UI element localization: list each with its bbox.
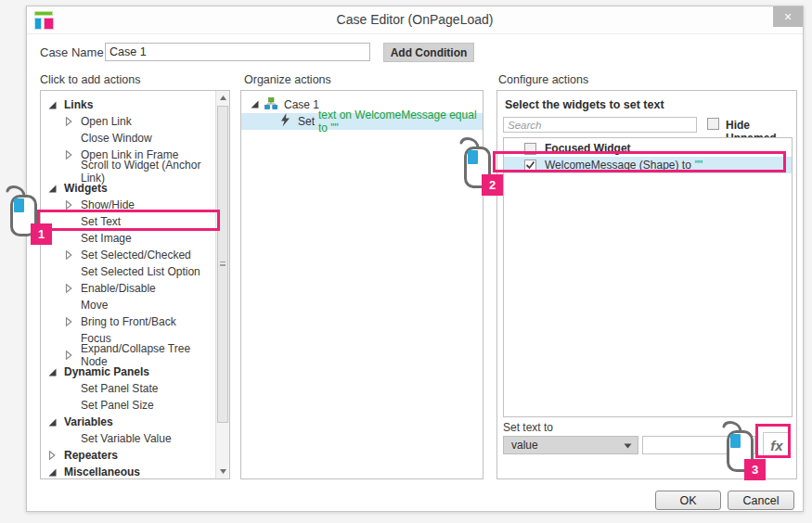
- tree-item-scroll-to-widget[interactable]: Scroll to Widget (Anchor Link): [41, 163, 215, 180]
- tree-item-set-panel-size[interactable]: Set Panel Size: [41, 397, 215, 414]
- step-1-badge: 1: [31, 223, 52, 245]
- collapsed-triangle-icon[interactable]: [65, 250, 74, 260]
- collapsed-triangle-icon[interactable]: [65, 117, 74, 126]
- close-icon[interactable]: ×: [773, 6, 803, 27]
- tree-item-bring-to-front-back[interactable]: Bring to Front/Back: [41, 313, 215, 330]
- tree-item-expand-collapse-tree-node[interactable]: Expand/Collapse Tree Node: [41, 347, 215, 364]
- expanded-triangle-icon[interactable]: [251, 98, 259, 111]
- case-label: Case 1: [284, 98, 319, 111]
- case-name-label: Case Name: [40, 45, 104, 59]
- cancel-button[interactable]: Cancel: [728, 491, 794, 510]
- page-background: Case Editor (OnPageLoad) × Case Name Add…: [0, 0, 812, 523]
- ok-button[interactable]: OK: [655, 491, 721, 510]
- step-2-badge: 2: [482, 174, 503, 196]
- expanded-triangle-icon[interactable]: [48, 368, 58, 376]
- select-widgets-title: Select the widgets to set text: [505, 98, 664, 111]
- widget-row-welcome-message[interactable]: WelcomeMessage (Shape) to "": [504, 157, 792, 173]
- tree-item-close-window[interactable]: Close Window: [41, 130, 215, 147]
- action-step-prefix: Set: [298, 115, 315, 128]
- tree-group-miscellaneous[interactable]: Miscellaneous: [41, 464, 215, 478]
- set-text-value-input[interactable]: [642, 436, 755, 454]
- tree-item-set-panel-state[interactable]: Set Panel State: [41, 380, 215, 397]
- scroll-down-icon[interactable]: [216, 465, 229, 478]
- expanded-triangle-icon[interactable]: [48, 468, 58, 477]
- welcome-message-checkbox[interactable]: [524, 159, 536, 172]
- fx-button[interactable]: fx: [763, 432, 791, 458]
- actions-tree: Links Open Link Close Window Open Link i…: [41, 91, 215, 478]
- tree-item-enable-disable[interactable]: Enable/Disable: [41, 280, 215, 297]
- expanded-triangle-icon[interactable]: [48, 418, 58, 427]
- tree-group-variables[interactable]: Variables: [41, 414, 215, 430]
- expanded-triangle-icon[interactable]: [48, 101, 58, 109]
- collapsed-triangle-icon[interactable]: [65, 150, 74, 159]
- tree-item-set-image[interactable]: Set Image: [41, 230, 215, 247]
- case-editor-dialog: Case Editor (OnPageLoad) × Case Name Add…: [26, 6, 804, 512]
- middle-column-header: Organize actions: [244, 73, 331, 86]
- collapsed-triangle-icon[interactable]: [65, 284, 74, 293]
- scrollbar-thumb[interactable]: [217, 106, 228, 423]
- hide-unnamed-checkbox[interactable]: [707, 118, 719, 130]
- focused-widget-checkbox[interactable]: [524, 143, 536, 155]
- collapsed-triangle-icon[interactable]: [65, 200, 74, 210]
- scroll-up-icon[interactable]: [216, 91, 229, 105]
- tree-scrollbar[interactable]: [215, 91, 229, 478]
- tree-item-set-selected-checked[interactable]: Set Selected/Checked: [41, 247, 215, 263]
- tree-item-move[interactable]: Move: [41, 297, 215, 313]
- action-step-description: text on WelcomeMessage equal to "": [318, 108, 483, 134]
- configure-actions-panel: Select the widgets to set text Hide Unna…: [496, 90, 797, 479]
- tree-group-repeaters[interactable]: Repeaters: [41, 447, 215, 464]
- collapsed-triangle-icon[interactable]: [48, 451, 58, 460]
- widget-value-text: "": [695, 159, 703, 172]
- collapsed-triangle-icon[interactable]: [65, 351, 74, 360]
- add-condition-button[interactable]: Add Condition: [383, 43, 474, 62]
- tree-item-show-hide[interactable]: Show/Hide: [41, 197, 215, 213]
- tree-item-open-link[interactable]: Open Link: [41, 113, 215, 130]
- collapsed-triangle-icon[interactable]: [65, 317, 74, 326]
- tree-item-set-text[interactable]: Set Text: [41, 213, 215, 230]
- dialog-title: Case Editor (OnPageLoad): [27, 6, 803, 32]
- search-input[interactable]: [503, 117, 697, 133]
- left-column-header: Click to add actions: [40, 73, 140, 86]
- set-text-to-label: Set text to: [503, 421, 553, 434]
- action-step-row[interactable]: Set text on WelcomeMessage equal to "": [241, 113, 483, 130]
- dialog-titlebar: Case Editor (OnPageLoad) ×: [27, 6, 803, 34]
- step-3-badge: 3: [744, 459, 766, 480]
- right-column-header: Configure actions: [498, 73, 588, 86]
- chevron-down-icon: [624, 439, 632, 452]
- tree-item-set-selected-list-option[interactable]: Set Selected List Option: [41, 263, 215, 280]
- lightning-icon: [280, 113, 290, 130]
- scrollbar-grip: [220, 262, 226, 266]
- value-type-dropdown[interactable]: value: [503, 436, 638, 454]
- widget-row-focused-widget[interactable]: Focused Widget: [504, 140, 792, 157]
- widget-list: Focused Widget WelcomeMessage (Shape) to…: [503, 137, 793, 417]
- tree-item-set-variable-value[interactable]: Set Variable Value: [41, 430, 215, 447]
- actions-tree-panel: Links Open Link Close Window Open Link i…: [40, 90, 230, 479]
- expanded-triangle-icon[interactable]: [48, 185, 58, 193]
- tree-group-links[interactable]: Links: [41, 96, 215, 113]
- organize-actions-panel: Case 1 Set text on WelcomeMessage equal …: [240, 90, 483, 479]
- case-name-input[interactable]: [105, 43, 370, 61]
- case-sitemap-icon: [264, 97, 277, 112]
